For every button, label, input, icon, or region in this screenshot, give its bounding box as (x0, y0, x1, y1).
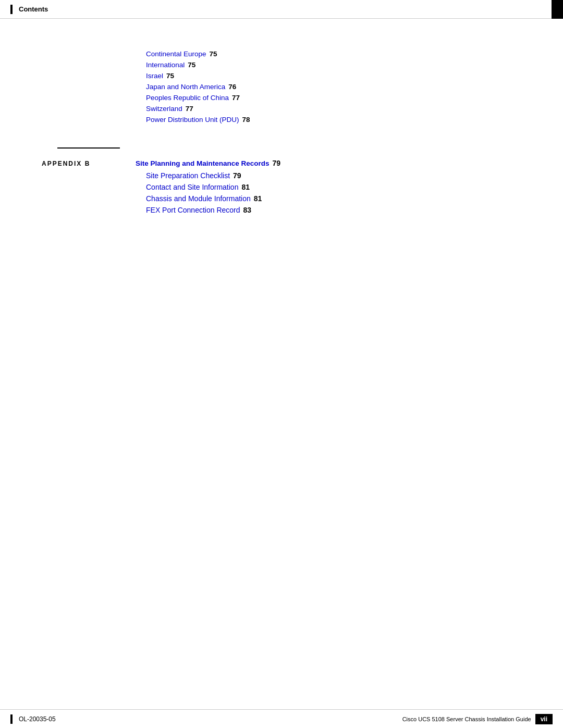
toc-page: 78 (242, 116, 250, 124)
main-content: Continental Europe75International75Israe… (0, 19, 563, 221)
footer-doc-id: OL-20035-05 (19, 715, 56, 723)
appendix-sub-link[interactable]: FEX Port Connection Record (146, 206, 240, 214)
page-footer: OL-20035-05 Cisco UCS 5108 Server Chassi… (0, 709, 563, 728)
section-divider (57, 147, 120, 149)
top-right-decoration (552, 0, 563, 19)
appendix-sub-page: 79 (233, 171, 241, 180)
appendix-sub-link[interactable]: Site Preparation Checklist (146, 171, 230, 180)
toc-link[interactable]: International (146, 61, 185, 69)
appendix-title-page: 79 (273, 159, 281, 167)
appendix-sub-item: Contact and Site Information81 (136, 183, 280, 191)
appendix-sub-items: Site Preparation Checklist79Contact and … (136, 171, 280, 217)
appendix-sub-link[interactable]: Contact and Site Information (146, 183, 238, 191)
toc-page: 77 (186, 105, 193, 113)
toc-item: International75 (146, 61, 563, 69)
toc-link[interactable]: Power Distribution Unit (PDU) (146, 116, 239, 124)
appendix-sub-page: 83 (243, 206, 252, 214)
toc-link[interactable]: Switzerland (146, 105, 182, 113)
appendix-title-row: Site Planning and Maintenance Records 79 (136, 159, 280, 167)
appendix-sub-item: Chassis and Module Information81 (136, 194, 280, 203)
toc-item: Switzerland77 (146, 105, 563, 113)
toc-item: Israel75 (146, 72, 563, 80)
toc-item: Peoples Republic of China77 (146, 94, 563, 102)
page-header: Contents (0, 0, 563, 19)
toc-link[interactable]: Israel (146, 72, 163, 80)
footer-guide-title: Cisco UCS 5108 Server Chassis Installati… (402, 716, 531, 722)
appendix-sub-page: 81 (241, 183, 250, 191)
toc-link[interactable]: Japan and North America (146, 83, 225, 91)
footer-left-bar (10, 714, 13, 724)
toc-section: Continental Europe75International75Israe… (0, 50, 563, 127)
appendix-label: APPENDIX B (42, 159, 136, 167)
toc-page: 75 (210, 50, 217, 58)
toc-item: Continental Europe75 (146, 50, 563, 58)
appendix-title-link[interactable]: Site Planning and Maintenance Records (136, 159, 270, 167)
appendix-sub-page: 81 (254, 194, 262, 203)
footer-left: OL-20035-05 (10, 714, 56, 724)
toc-item: Power Distribution Unit (PDU)78 (146, 116, 563, 124)
toc-link[interactable]: Peoples Republic of China (146, 94, 229, 102)
toc-page: 76 (228, 83, 236, 91)
header-left-bar (10, 5, 13, 14)
footer-page-number: vii (535, 714, 553, 724)
toc-page: 75 (188, 61, 195, 69)
appendix-b-section: APPENDIX B Site Planning and Maintenance… (0, 159, 563, 217)
appendix-content: Site Planning and Maintenance Records 79… (136, 159, 280, 217)
toc-page: 75 (166, 72, 174, 80)
toc-link[interactable]: Continental Europe (146, 50, 206, 58)
appendix-sub-item: FEX Port Connection Record83 (136, 206, 280, 214)
appendix-sub-item: Site Preparation Checklist79 (136, 171, 280, 180)
toc-item: Japan and North America76 (146, 83, 563, 91)
header-title: Contents (19, 5, 48, 13)
footer-right: Cisco UCS 5108 Server Chassis Installati… (402, 714, 553, 724)
appendix-sub-link[interactable]: Chassis and Module Information (146, 194, 251, 203)
toc-page: 77 (232, 94, 240, 102)
